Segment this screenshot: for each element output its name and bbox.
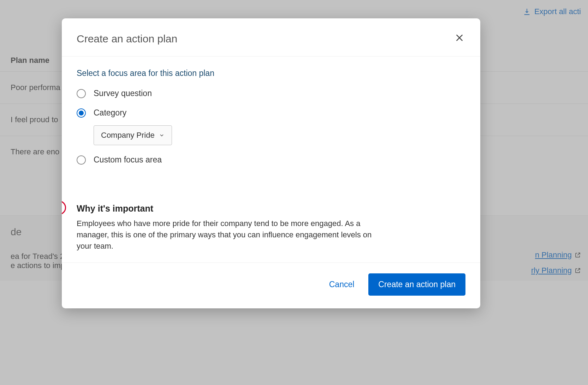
chevron-down-icon bbox=[159, 132, 165, 138]
modal-footer: Cancel Create an action plan bbox=[62, 262, 480, 308]
radio-label-survey: Survey question bbox=[94, 89, 152, 98]
create-action-plan-button[interactable]: Create an action plan bbox=[368, 273, 465, 296]
close-button[interactable] bbox=[453, 32, 465, 46]
step-badge: 3 bbox=[62, 201, 66, 215]
create-action-plan-modal: Create an action plan Select a focus are… bbox=[62, 18, 480, 308]
category-selected-value: Company Pride bbox=[101, 131, 155, 140]
radio-category[interactable]: Category bbox=[77, 108, 465, 118]
why-important-text: Employees who have more pride for their … bbox=[77, 218, 387, 252]
radio-survey-question[interactable]: Survey question bbox=[77, 89, 465, 98]
close-icon bbox=[455, 33, 464, 42]
modal-title: Create an action plan bbox=[77, 33, 177, 45]
radio-label-category: Category bbox=[94, 108, 126, 118]
why-important-title: Why it's important bbox=[77, 203, 465, 214]
modal-header: Create an action plan bbox=[62, 18, 480, 57]
radio-icon bbox=[77, 155, 86, 165]
radio-label-custom: Custom focus area bbox=[94, 155, 162, 165]
radio-icon bbox=[77, 108, 86, 118]
category-dropdown[interactable]: Company Pride bbox=[94, 125, 172, 145]
why-important-section: 3 Why it's important Employees who have … bbox=[77, 203, 465, 252]
cancel-button[interactable]: Cancel bbox=[329, 280, 355, 289]
radio-icon bbox=[77, 89, 86, 98]
focus-area-label: Select a focus area for this action plan bbox=[77, 69, 465, 78]
modal-body: Select a focus area for this action plan… bbox=[62, 57, 480, 262]
radio-custom-focus[interactable]: Custom focus area bbox=[77, 155, 465, 165]
